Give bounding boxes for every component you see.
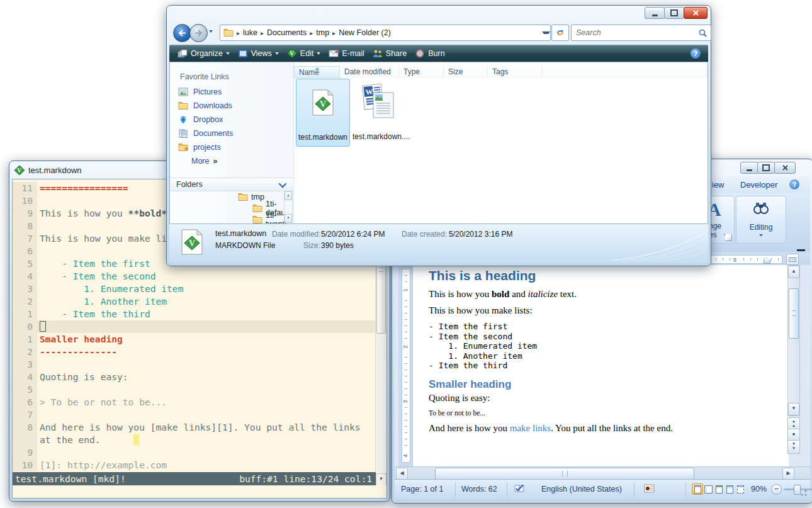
column-header-type[interactable]: Type (399, 66, 444, 78)
folders-band[interactable]: Folders (170, 178, 293, 191)
toolbar-button-views[interactable]: Views (238, 49, 279, 58)
vim-scrollbar-down-button[interactable]: ▼ (376, 473, 386, 486)
scroll-down-button[interactable]: ▼ (788, 403, 799, 415)
maximize-button[interactable] (664, 7, 684, 19)
scrollbar-thumb[interactable] (435, 468, 694, 480)
zoom-slider-track[interactable] (784, 488, 812, 490)
sidebar-item-projects[interactable]: ★projects (170, 140, 293, 154)
sidebar-item-downloads[interactable]: Downloads (170, 99, 293, 113)
file-item[interactable]: Wtest.markdown.... (352, 79, 405, 145)
forward-button[interactable] (189, 24, 208, 42)
view-outline-button[interactable] (724, 483, 735, 495)
address-dropdown-icon[interactable] (542, 31, 550, 34)
word-count[interactable]: Words: 62 (461, 485, 497, 494)
right-indent-marker[interactable] (764, 257, 770, 264)
scrollbar-thumb[interactable] (789, 288, 799, 339)
breadcrumb-item[interactable]: tmp (316, 28, 329, 37)
breadcrumb-item[interactable]: Documents (267, 28, 307, 37)
vertical-ruler[interactable]: 1234 (398, 265, 412, 466)
vim-scrollbar-thumb[interactable] (376, 263, 386, 334)
language-indicator[interactable]: English (United States) (541, 485, 622, 494)
breadcrumb-item[interactable]: New Folder (2) (339, 28, 391, 37)
document-page[interactable]: This is a headingThis is how you bold an… (412, 265, 789, 466)
scroll-right-button[interactable]: ▶ (782, 468, 794, 480)
dialog-launcher-icon[interactable] (725, 234, 732, 241)
view-full-screen-button[interactable] (702, 483, 714, 495)
help-icon[interactable]: ? (691, 48, 701, 59)
editor-line[interactable]: 4 - Item the second (13, 270, 376, 283)
vertical-scrollbar[interactable]: ▲ ▼ (787, 265, 800, 416)
file-item[interactable]: Vtest.markdown (296, 79, 350, 147)
editor-line[interactable]: 3 1. Enumerated item (13, 283, 376, 295)
recent-pages-dropdown[interactable] (209, 30, 213, 33)
document-link[interactable]: make links (510, 423, 551, 433)
editor-line[interactable]: 6> To be or not to be... (13, 396, 376, 409)
column-header-name[interactable]: Name (294, 66, 340, 78)
next-page-button[interactable]: ▼▼ (787, 440, 800, 454)
scroll-up-button[interactable]: ▲ (788, 266, 799, 278)
resize-grip[interactable] (800, 489, 808, 497)
zoom-out-button[interactable]: – (771, 484, 782, 495)
close-button[interactable] (774, 162, 796, 174)
editor-line[interactable]: 4Quoting is easy: (13, 371, 376, 383)
breadcrumb-item[interactable]: luke (243, 28, 257, 37)
toolbar-button-burn[interactable]: Burn (415, 49, 444, 58)
editor-line[interactable]: 2-------------- (13, 346, 376, 358)
horizontal-scrollbar[interactable]: ◀ ▶ (395, 466, 810, 480)
sort-ascending-icon (315, 67, 320, 70)
tab-view-partial[interactable]: iew (712, 180, 725, 189)
minimize-button[interactable] (645, 7, 665, 19)
editor-line[interactable]: 8And here is how you [make links][1]. Yo… (13, 421, 376, 434)
scroll-down-button[interactable]: ▼ (285, 214, 292, 223)
editor-line[interactable]: 7 (13, 409, 376, 421)
maximize-button[interactable] (757, 162, 775, 174)
sidebar-item-pictures[interactable]: Pictures (170, 85, 293, 99)
sidebar-item-dropbox[interactable]: Dropbox (170, 113, 293, 127)
view-web-layout-button[interactable] (713, 483, 725, 495)
tree-scrollbar[interactable]: ▲ ▼ (284, 191, 293, 223)
ruler-toggle-button[interactable] (786, 254, 799, 265)
details-file-type: MARKDOWN File (215, 241, 275, 250)
editor-line[interactable]: 5 (13, 383, 376, 396)
sidebar-item-documents[interactable]: Documents (170, 127, 293, 140)
editor-line[interactable]: 3 (13, 358, 376, 371)
toolbar-button-edit[interactable]: VEdit (287, 48, 321, 58)
sidebar-item-more[interactable]: More» (170, 154, 293, 168)
document-content[interactable]: This is a headingThis is how you bold an… (429, 265, 769, 439)
close-button[interactable] (684, 7, 708, 19)
search-box[interactable] (571, 25, 711, 41)
scroll-up-button[interactable]: ▲ (285, 191, 292, 200)
document-code-block: - Item the first - Item the second 1. En… (429, 322, 769, 371)
column-header-date-modified[interactable]: Date modified (340, 66, 399, 78)
editor-line[interactable]: 9 (13, 446, 376, 459)
column-header-size[interactable]: Size (444, 66, 488, 78)
back-button[interactable] (173, 24, 191, 42)
scroll-left-button[interactable]: ◀ (396, 468, 408, 480)
tab-developer[interactable]: Developer (740, 180, 777, 189)
macro-record-icon[interactable] (644, 484, 655, 493)
select-browse-object-button[interactable]: ● (787, 429, 800, 441)
editor-line[interactable]: at the end. (13, 434, 376, 446)
editor-line[interactable]: 1Smaller heading (13, 333, 376, 346)
search-icon[interactable] (699, 29, 711, 37)
toolbar-button-share[interactable]: Share (373, 49, 407, 58)
search-input[interactable] (572, 28, 699, 38)
view-print-layout-button[interactable] (692, 483, 703, 495)
help-icon[interactable]: ? (789, 179, 799, 189)
breadcrumb[interactable]: ▸luke▸Documents▸tmp▸New Folder (2) (220, 25, 551, 41)
minimize-button[interactable] (740, 162, 758, 174)
refresh-button[interactable] (551, 25, 569, 41)
toolbar-button-email[interactable]: E-mail (329, 49, 364, 58)
ribbon-group-editing[interactable]: Editing (736, 196, 786, 244)
toolbar-button-organize[interactable]: Organize (178, 49, 230, 58)
view-draft-button[interactable] (735, 483, 746, 495)
column-header-tags[interactable]: Tags (488, 66, 542, 78)
editor-line[interactable]: 1 - Item the third (13, 308, 376, 320)
page-count[interactable]: Page: 1 of 1 (401, 485, 443, 494)
editor-line[interactable]: 0 (13, 320, 376, 333)
editor-line[interactable]: 2 1. Another item (13, 295, 376, 308)
tree-item-1ti-twentyten[interactable]: 1ti-twentyten (170, 214, 286, 223)
zoom-level[interactable]: 90% (751, 485, 767, 494)
spellcheck-icon[interactable] (514, 484, 526, 493)
editor-line[interactable]: 10[1]: http://example.com (13, 459, 376, 471)
